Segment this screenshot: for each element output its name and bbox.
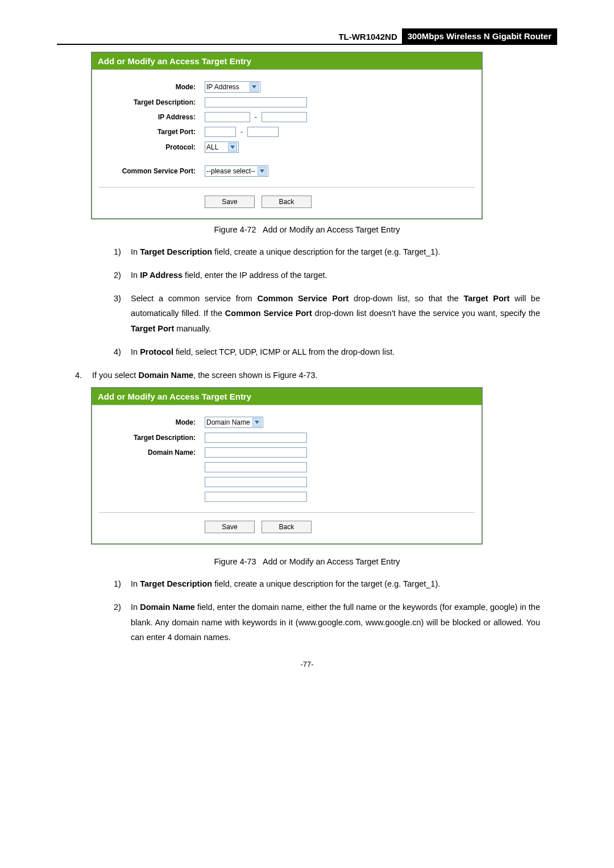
target-port-end-input[interactable] — [247, 127, 279, 137]
instruction-list-2: 1) In Target Description field, create a… — [114, 576, 540, 645]
common-service-port-value: --please select-- — [206, 167, 255, 175]
step-text: If you select Domain Name, the screen sh… — [92, 368, 318, 383]
label-common-service-port: Common Service Port: — [99, 167, 205, 175]
instruction-list-1: 1) In Target Description field, create a… — [114, 244, 540, 360]
page-header: TL-WR1042ND 300Mbps Wireless N Gigabit R… — [57, 28, 557, 45]
range-dash: - — [238, 128, 245, 136]
step-text: In Protocol field, select TCP, UDP, ICMP… — [131, 344, 540, 360]
panel-title: Add or Modify an Access Target Entry — [92, 388, 482, 405]
header-description: 300Mbps Wireless N Gigabit Router — [402, 28, 557, 44]
domain-name-input-2[interactable] — [205, 462, 307, 472]
range-dash: - — [252, 113, 259, 121]
step-number: 2) — [114, 600, 131, 645]
label-protocol: Protocol: — [99, 143, 205, 151]
mode-select-value: Domain Name — [206, 418, 250, 426]
step-number: 4) — [114, 344, 131, 360]
label-mode: Mode: — [99, 83, 205, 91]
label-ip-address: IP Address: — [99, 113, 205, 121]
label-target-description: Target Description: — [99, 98, 205, 106]
outer-step-4: 4. If you select Domain Name, the screen… — [75, 368, 540, 383]
label-mode: Mode: — [99, 418, 205, 426]
ip-address-end-input[interactable] — [262, 112, 307, 122]
page-number: -77- — [57, 660, 557, 668]
ip-address-start-input[interactable] — [205, 112, 250, 122]
chevron-down-icon — [252, 418, 262, 427]
label-target-description: Target Description: — [99, 434, 205, 442]
mode-select[interactable]: IP Address — [205, 81, 260, 93]
step-text: In Domain Name field, enter the domain n… — [131, 600, 540, 645]
step-number: 4. — [75, 368, 92, 383]
target-description-input[interactable] — [205, 97, 307, 107]
mode-select[interactable]: Domain Name — [205, 417, 263, 428]
step-text: Select a common service from Common Serv… — [131, 291, 540, 337]
header-model: TL-WR1042ND — [338, 30, 401, 44]
step-text: In Target Description field, create a un… — [131, 576, 540, 592]
screenshot-domain-mode: Add or Modify an Access Target Entry Mod… — [91, 387, 483, 545]
divider — [99, 512, 475, 513]
label-domain-name: Domain Name: — [99, 448, 205, 456]
save-button[interactable]: Save — [205, 521, 255, 533]
step-number: 1) — [114, 576, 131, 592]
figure-caption-1: Figure 4-72 Add or Modify an Access Targ… — [57, 225, 557, 234]
common-service-port-select[interactable]: --please select-- — [205, 165, 268, 177]
screenshot-ip-mode: Add or Modify an Access Target Entry Mod… — [91, 52, 483, 219]
back-button[interactable]: Back — [262, 196, 312, 208]
step-number: 2) — [114, 268, 131, 283]
panel-title: Add or Modify an Access Target Entry — [92, 53, 482, 70]
protocol-select[interactable]: ALL — [205, 142, 239, 153]
label-target-port: Target Port: — [99, 128, 205, 136]
target-port-start-input[interactable] — [205, 127, 236, 137]
mode-select-value: IP Address — [206, 83, 247, 91]
back-button[interactable]: Back — [262, 521, 312, 533]
chevron-down-icon — [250, 82, 259, 92]
figure-caption-2: Figure 4-73 Add or Modify an Access Targ… — [57, 557, 557, 566]
domain-name-input-4[interactable] — [205, 492, 307, 502]
domain-name-input-3[interactable] — [205, 477, 307, 487]
save-button[interactable]: Save — [205, 196, 255, 208]
divider — [99, 187, 475, 188]
protocol-select-value: ALL — [206, 143, 226, 151]
step-number: 3) — [114, 291, 131, 337]
target-description-input[interactable] — [205, 433, 307, 443]
step-number: 1) — [114, 244, 131, 260]
chevron-down-icon — [228, 143, 237, 152]
chevron-down-icon — [258, 167, 267, 176]
step-text: In IP Address field, enter the IP addres… — [131, 268, 540, 283]
step-text: In Target Description field, create a un… — [131, 244, 540, 260]
domain-name-input-1[interactable] — [205, 447, 307, 458]
